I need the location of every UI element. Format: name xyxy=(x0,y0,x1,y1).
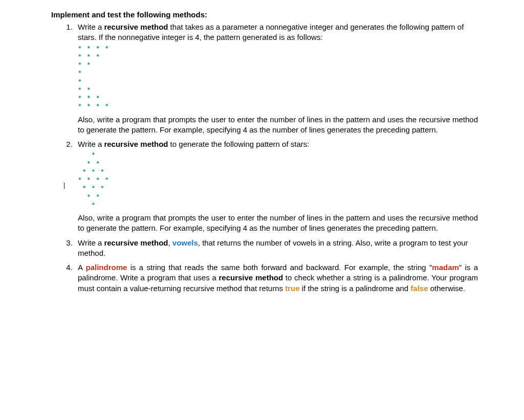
bold-text: recursive method xyxy=(219,273,283,282)
bold-text: recursive method xyxy=(104,23,168,31)
q1-star-pattern: * * * * * * * * * * * * * * * * * * * * xyxy=(78,45,478,112)
page-title: Implement and test the following methods… xyxy=(51,10,478,19)
keyword-true: true xyxy=(285,284,299,293)
text: A xyxy=(78,263,86,272)
stars-text: * * * * * * * * * * * * * * * * xyxy=(78,151,110,209)
document-page: Implement and test the following methods… xyxy=(0,0,524,308)
question-item-4: A palindrome is a string that reads the … xyxy=(75,262,478,294)
question-list: Write a recursive method that takes as a… xyxy=(51,22,478,294)
q1-intro: Write a recursive method that takes as a… xyxy=(78,22,478,43)
text: Write a xyxy=(78,238,104,247)
method-name-vowels: vowels xyxy=(172,238,198,247)
q1-also: Also, write a program that prompts the u… xyxy=(78,115,478,136)
keyword-false: false xyxy=(410,284,428,293)
text: , xyxy=(168,238,172,247)
term-palindrome: palindrome xyxy=(86,263,127,272)
text: Write a xyxy=(78,140,104,148)
question-item-1: Write a recursive method that takes as a… xyxy=(75,22,478,135)
bold-text: recursive method xyxy=(104,238,168,247)
text: Write a xyxy=(78,23,104,31)
bold-text: recursive method xyxy=(104,140,168,148)
q2-intro: Write a recursive method to generate the… xyxy=(78,139,478,149)
q2-star-pattern: * * * * * * * * * * * * * * * * xyxy=(78,151,478,210)
question-item-2: Write a recursive method to generate the… xyxy=(75,139,478,234)
text-cursor-icon xyxy=(64,183,64,189)
text: if the string is a palindrome and xyxy=(300,284,411,293)
text: to generate the following pattern of sta… xyxy=(168,140,309,148)
q2-also: Also, write a program that prompts the u… xyxy=(78,213,478,234)
q4-text: A palindrome is a string that reads the … xyxy=(78,262,478,294)
text: is a string that reads the same both for… xyxy=(127,263,432,272)
example-madam: madam xyxy=(432,263,459,272)
q3-intro: Write a recursive method, vowels, that r… xyxy=(78,238,478,259)
question-item-3: Write a recursive method, vowels, that r… xyxy=(75,238,478,259)
text: otherwise. xyxy=(428,284,466,293)
